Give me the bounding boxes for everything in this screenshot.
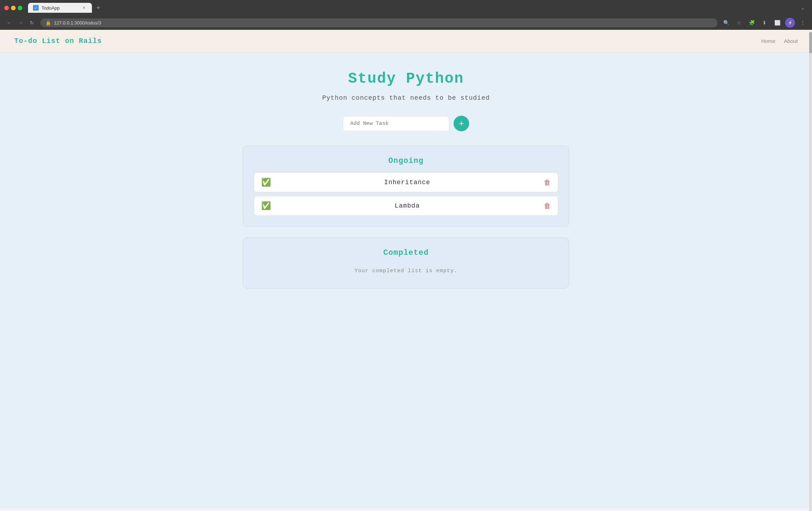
task-delete-icon[interactable]: 🗑: [544, 178, 551, 187]
page-subtitle: Python concepts that needs to be studied: [243, 94, 569, 101]
tab-favicon: ✓: [33, 5, 39, 11]
page-title: Study Python: [243, 70, 569, 87]
window-maximize-button[interactable]: [18, 6, 22, 10]
task-name: Inheritance: [271, 179, 544, 186]
task-item: ✅ Inheritance 🗑: [254, 172, 558, 192]
add-task-input[interactable]: [343, 116, 449, 131]
window-close-button[interactable]: [4, 6, 9, 10]
profile-button[interactable]: ⚡: [785, 18, 795, 28]
back-button[interactable]: ←: [4, 18, 14, 28]
bookmark-icon[interactable]: ☆: [734, 18, 744, 28]
address-bar[interactable]: 🔒 127.0.0.1:3000/todos/3: [40, 18, 718, 27]
add-task-form: +: [243, 116, 569, 131]
scrollbar[interactable]: [809, 32, 812, 511]
download-icon[interactable]: ⬇: [759, 18, 769, 28]
task-check-icon[interactable]: ✅: [261, 178, 271, 187]
browser-titlebar: ✓ TodoApp × + ⌄: [0, 0, 812, 16]
new-tab-button[interactable]: +: [93, 3, 103, 13]
refresh-button[interactable]: ↻: [27, 18, 37, 28]
scrollbar-thumb[interactable]: [809, 32, 812, 53]
lock-icon: 🔒: [45, 20, 51, 26]
browser-tab-active[interactable]: ✓ TodoApp ×: [28, 3, 92, 13]
task-check-icon[interactable]: ✅: [261, 201, 271, 210]
nav-buttons: ← → ↻: [4, 18, 37, 28]
ongoing-section: Ongoing ✅ Inheritance 🗑 ✅ Lambda 🗑: [243, 145, 569, 227]
browser-toolbar: ← → ↻ 🔒 127.0.0.1:3000/todos/3 🔍 ☆ 🧩 ⬇ ⬜…: [0, 16, 812, 30]
task-name: Lambda: [271, 202, 544, 209]
main-content: Study Python Python concepts that needs …: [236, 53, 576, 317]
ongoing-section-title: Ongoing: [254, 156, 558, 165]
app-navbar: To-do List on Rails Home About: [0, 30, 812, 53]
task-delete-icon[interactable]: 🗑: [544, 202, 551, 210]
nav-about-link[interactable]: About: [784, 38, 798, 44]
app-brand-link[interactable]: To-do List on Rails: [14, 37, 102, 45]
tab-close-button[interactable]: ×: [81, 5, 87, 11]
menu-icon[interactable]: ⋮: [798, 18, 808, 28]
completed-section-title: Completed: [254, 248, 558, 257]
app-container: To-do List on Rails Home About Study Pyt…: [0, 30, 812, 509]
tab-title: TodoApp: [42, 5, 60, 11]
completed-empty-message: Your completed list is empty.: [254, 264, 558, 278]
search-icon[interactable]: 🔍: [721, 18, 731, 28]
nav-home-link[interactable]: Home: [761, 38, 775, 44]
split-view-icon[interactable]: ⬜: [772, 18, 782, 28]
toolbar-actions: 🔍 ☆ 🧩 ⬇ ⬜ ⚡ ⋮: [721, 18, 808, 28]
completed-section: Completed Your completed list is empty.: [243, 237, 569, 289]
add-task-button[interactable]: +: [454, 116, 469, 131]
window-minimize-button[interactable]: [11, 6, 16, 10]
chevron-down-icon[interactable]: ⌄: [798, 3, 808, 13]
task-item: ✅ Lambda 🗑: [254, 196, 558, 216]
traffic-lights: [4, 6, 22, 10]
browser-chrome: ✓ TodoApp × + ⌄ ← → ↻ 🔒 127.0.0.1:3000/t…: [0, 0, 812, 30]
url-display: 127.0.0.1:3000/todos/3: [54, 20, 713, 26]
extensions-icon[interactable]: 🧩: [747, 18, 757, 28]
forward-button[interactable]: →: [16, 18, 26, 28]
app-nav-links: Home About: [761, 38, 798, 44]
tab-bar: ✓ TodoApp × +: [25, 3, 106, 13]
